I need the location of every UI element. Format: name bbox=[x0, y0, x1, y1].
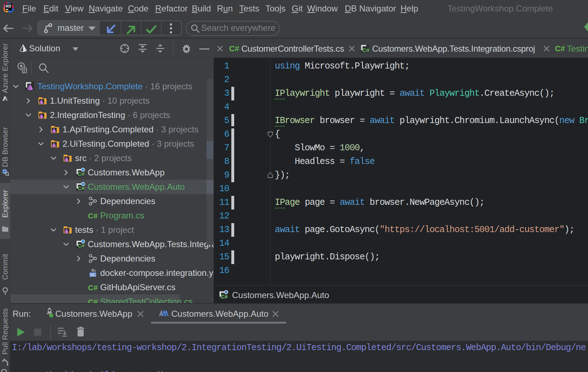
svg-text:C#: C# bbox=[88, 283, 98, 292]
svg-text:C#: C# bbox=[88, 212, 98, 220]
svg-text:C#: C# bbox=[229, 44, 239, 53]
svg-text:C#: C# bbox=[78, 171, 85, 177]
svg-text:C#: C# bbox=[78, 242, 85, 249]
svg-text:C#: C# bbox=[88, 298, 98, 303]
svg-text:C#: C# bbox=[362, 47, 369, 53]
svg-text:C#: C# bbox=[221, 293, 228, 300]
svg-text:DC: DC bbox=[90, 273, 96, 277]
svg-text:C#: C# bbox=[78, 185, 85, 191]
svg-text:C#: C# bbox=[555, 44, 565, 53]
svg-text:RD: RD bbox=[6, 4, 11, 8]
